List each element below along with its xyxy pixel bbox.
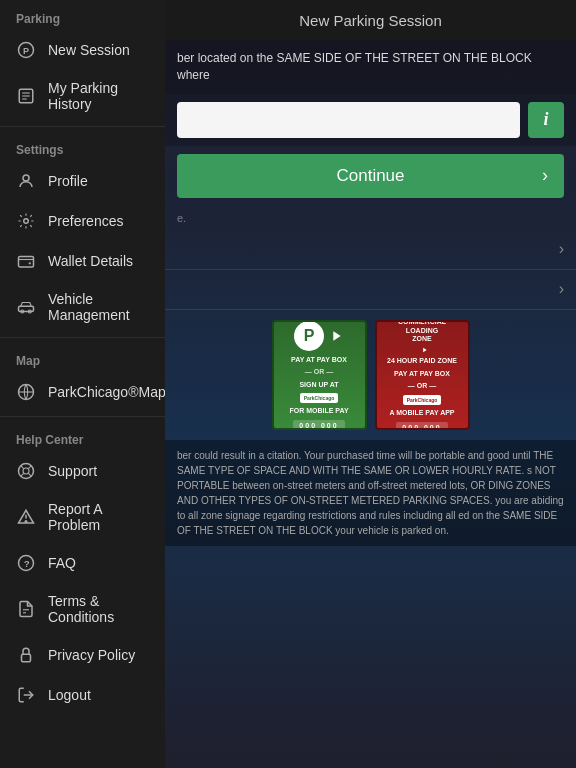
preferences-label: Preferences [48,213,123,229]
sidebar-item-profile[interactable]: Profile [0,161,165,201]
map-icon [16,382,36,402]
instruction-text: ber located on the SAME SIDE OF THE STRE… [165,40,576,94]
info-icon: i [543,109,548,130]
parkchicago-logo-green: ParkChicago [300,393,339,403]
vehicle-icon [16,297,36,317]
search-row: i [165,94,576,146]
divider-1 [0,126,165,127]
arrow-icon [328,328,344,344]
green-parking-sign: P PAY AT PAY BOX — OR — SIGN UP AT ParkC… [272,320,367,430]
faq-label: FAQ [48,555,76,571]
sidebar-item-terms[interactable]: Terms & Conditions [0,583,165,635]
green-sign-number: 000 000 [293,420,344,429]
divider-2 [0,337,165,338]
sidebar: Parking P New Session My Parking History… [0,0,165,768]
signs-area: P PAY AT PAY BOX — OR — SIGN UP AT ParkC… [165,310,576,440]
svg-line-20 [21,473,24,476]
continue-button[interactable]: Continue › [177,154,564,198]
support-icon [16,461,36,481]
red-sign-24hr: 24 HOUR PAID ZONE [383,355,461,367]
terms-icon [16,599,36,619]
green-sign-mobile: FOR MOBILE PAY [285,405,352,417]
parking-history-label: My Parking History [48,80,149,112]
sidebar-item-report[interactable]: Report A Problem [0,491,165,543]
continue-chevron-icon: › [542,165,548,186]
sidebar-item-parking-history[interactable]: My Parking History [0,70,165,122]
svg-rect-27 [22,654,31,662]
zone-row-1[interactable]: › [165,230,576,270]
info-button[interactable]: i [528,102,564,138]
continue-label: Continue [336,166,404,186]
sidebar-item-wallet[interactable]: Wallet Details [0,241,165,281]
report-icon [16,507,36,527]
wallet-label: Wallet Details [48,253,133,269]
green-sign-text: PAY AT PAY BOX [287,354,351,366]
sidebar-section-help: Help Center [0,421,165,451]
history-icon [16,86,36,106]
faq-icon: ? [16,553,36,573]
terms-label: Terms & Conditions [48,593,149,625]
logout-icon [16,685,36,705]
sidebar-item-support[interactable]: Support [0,451,165,491]
info-text-block: ber could result in a citation. Your pur… [165,440,576,546]
red-sign-number: 000 000 [396,422,447,430]
blurred-text: e. [165,206,576,230]
red-sign-or: — OR — [404,380,440,392]
profile-label: Profile [48,173,88,189]
p-circle-green: P [294,321,324,351]
search-input[interactable] [177,102,520,138]
arrow-right-icon [415,345,429,355]
sidebar-item-map[interactable]: ParkChicago®Map [0,372,165,412]
vehicle-label: Vehicle Management [48,291,149,323]
red-sign-header: COMMERCIALLOADINGZONE [394,320,450,346]
sidebar-section-settings: Settings [0,131,165,161]
svg-point-16 [23,468,29,474]
svg-line-18 [28,473,31,476]
zone-row-2[interactable]: › [165,270,576,310]
page-title: New Parking Session [299,12,442,29]
parkchicago-logo-red: ParkChicago [403,395,442,405]
svg-text:?: ? [24,558,30,569]
green-sign-or: — OR — [301,366,337,378]
privacy-label: Privacy Policy [48,647,135,663]
svg-line-17 [21,466,24,469]
parking-icon: P [16,40,36,60]
top-header: New Parking Session [165,0,576,40]
wallet-icon [16,251,36,271]
svg-line-19 [28,466,31,469]
sidebar-section-parking: Parking [0,0,165,30]
red-parking-sign: COMMERCIALLOADINGZONE 24 HOUR PAID ZONE … [375,320,470,430]
green-sign-signup: SIGN UP AT [295,379,342,391]
svg-point-6 [23,175,29,181]
sidebar-item-privacy[interactable]: Privacy Policy [0,635,165,675]
logout-label: Logout [48,687,91,703]
divider-3 [0,416,165,417]
svg-point-7 [24,219,29,224]
sidebar-item-vehicle[interactable]: Vehicle Management [0,281,165,333]
sidebar-section-map: Map [0,342,165,372]
red-sign-paybox: PAY AT PAY BOX [390,368,454,380]
support-label: Support [48,463,97,479]
map-label: ParkChicago®Map [48,384,165,400]
profile-icon [16,171,36,191]
zone-chevron-icon-1: › [559,240,564,258]
privacy-icon [16,645,36,665]
preferences-icon [16,211,36,231]
sidebar-item-logout[interactable]: Logout [0,675,165,715]
sidebar-item-preferences[interactable]: Preferences [0,201,165,241]
report-label: Report A Problem [48,501,149,533]
zone-chevron-icon-2: › [559,280,564,298]
svg-text:P: P [23,46,29,56]
content-area: ber located on the SAME SIDE OF THE STRE… [165,40,576,768]
red-sign-mobile: A MOBILE PAY APP [385,407,458,419]
svg-point-9 [29,262,31,264]
new-session-label: New Session [48,42,130,58]
sidebar-item-faq[interactable]: ? FAQ [0,543,165,583]
sidebar-item-new-session[interactable]: P New Session [0,30,165,70]
svg-rect-8 [19,257,34,268]
